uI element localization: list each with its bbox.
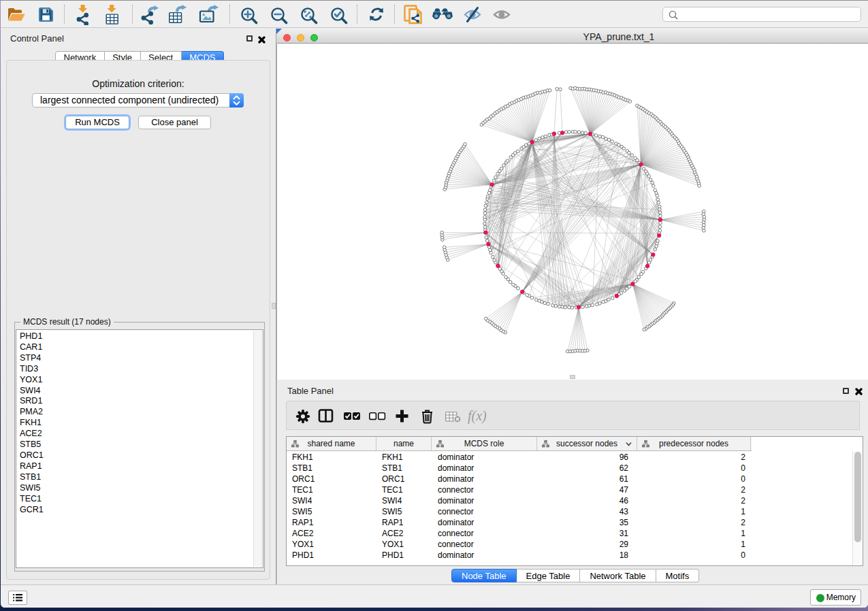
svg-text:f(x): f(x) bbox=[468, 408, 487, 424]
